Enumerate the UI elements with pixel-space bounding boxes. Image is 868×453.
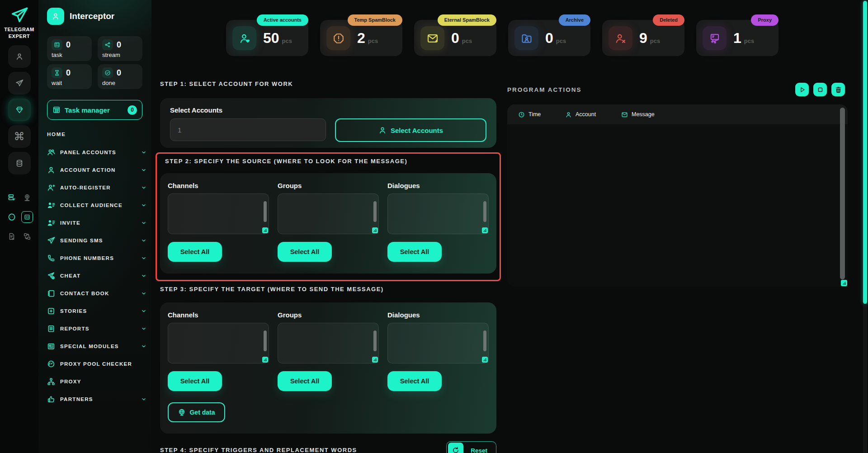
brand-line1: TELEGRAM (4, 26, 34, 33)
target-channels-textarea[interactable] (168, 323, 269, 363)
sidebar-item-stories[interactable]: STORIES (47, 302, 147, 320)
textarea-scrollbar[interactable] (373, 330, 377, 351)
stat-value: 0 (545, 30, 553, 47)
play-button[interactable] (795, 83, 809, 96)
resize-handle-icon[interactable] (372, 227, 378, 233)
target-groups-select-all-button[interactable]: Select All (278, 371, 332, 391)
sidebar-item-panel-accounts[interactable]: PANEL ACCOUNTS (47, 143, 147, 161)
user-icon (47, 166, 55, 174)
resize-handle-icon[interactable] (262, 357, 268, 363)
select-accounts-button[interactable]: Select Accounts (335, 118, 486, 142)
rail-button-profile[interactable] (8, 45, 31, 68)
webcam-icon (23, 193, 31, 202)
sidebar-item-proxy-pool-checker[interactable]: PROXY POOL CHECKER (47, 355, 147, 373)
target-dialogues-textarea[interactable] (387, 323, 489, 363)
source-channels-select-all-button[interactable]: Select All (168, 242, 222, 262)
target-dialogues-column: Dialogues Select All (387, 311, 489, 391)
textarea-scrollbar[interactable] (373, 201, 377, 222)
rail-button-send[interactable] (8, 72, 31, 94)
target-channels-select-all-button[interactable]: Select All (168, 371, 222, 391)
tool-server-check[interactable] (6, 192, 18, 203)
tool-bot[interactable] (6, 211, 18, 223)
chevron-down-icon (141, 255, 147, 261)
step2-highlight-box: STEP 2: SPECIFY THE SOURCE (WHERE TO LOO… (156, 152, 501, 281)
task-manager-button[interactable]: Task manager 0 (47, 100, 142, 120)
resize-handle-icon[interactable] (372, 357, 378, 363)
icon-rail: TELEGRAM EXPERT ⌘ (0, 0, 38, 453)
sidebar-item-account-action[interactable]: ACCOUNT ACTION (47, 161, 147, 179)
app-header: Interceptor (47, 8, 147, 25)
stat-temp-spamblock: Temp SpamBlock 2pcs (320, 20, 402, 56)
counter-label: done (102, 80, 138, 86)
textarea-scrollbar[interactable] (264, 330, 267, 351)
sidebar-item-home[interactable]: HOME (47, 132, 147, 137)
target-dialogues-select-all-button[interactable]: Select All (387, 371, 442, 391)
table-scrollbar[interactable] (840, 108, 845, 279)
resize-handle-icon[interactable] (482, 357, 488, 363)
rail-tools (6, 192, 33, 242)
stop-button[interactable] (813, 83, 827, 96)
textarea-scrollbar[interactable] (483, 201, 486, 222)
stat-unit: pcs (282, 38, 292, 44)
channels-label: Channels (168, 182, 269, 189)
users-icon (47, 148, 55, 156)
sidebar-item-partners[interactable]: PARTNERS (47, 390, 147, 408)
select-accounts-input[interactable] (170, 118, 326, 141)
groups-label: Groups (278, 182, 379, 189)
textarea-scrollbar[interactable] (483, 330, 486, 351)
resize-handle-icon[interactable] (482, 227, 488, 233)
source-channels-textarea[interactable] (168, 193, 269, 234)
get-data-button[interactable]: Get data (168, 402, 225, 422)
sidebar-item-proxy[interactable]: PROXY (47, 373, 147, 390)
tool-code-window[interactable] (21, 211, 33, 223)
source-groups-textarea[interactable] (278, 193, 379, 234)
program-actions-heading: PROGRAM ACTIONS (507, 86, 582, 93)
chevron-down-icon (141, 326, 147, 332)
user-icon (565, 111, 572, 118)
delete-log-button[interactable] (831, 83, 845, 96)
rail-button-database[interactable] (8, 152, 31, 175)
counter-stream: 0 stream (98, 36, 142, 61)
play-icon (798, 86, 806, 94)
stat-unit: pcs (556, 38, 566, 44)
server-check-icon (8, 193, 16, 202)
tool-swap[interactable] (21, 231, 33, 242)
resize-handle-icon[interactable] (841, 280, 847, 286)
resize-handle-icon[interactable] (262, 227, 268, 233)
page-scrollbar-thumb[interactable] (863, 1, 867, 304)
sidebar-item-cheat[interactable]: CHEAT (47, 267, 147, 284)
reset-button[interactable]: Reset (446, 441, 496, 453)
rail-button-interceptor[interactable] (8, 99, 31, 121)
command-icon: ⌘ (14, 131, 25, 142)
swap-icon (23, 232, 31, 241)
source-dialogues-select-all-button[interactable]: Select All (387, 242, 442, 262)
source-groups-select-all-button[interactable]: Select All (278, 242, 332, 262)
user-plus-icon (47, 184, 55, 192)
stat-eternal-spamblock: Eternal SpamBlock 0pcs (414, 20, 496, 56)
sidebar-item-auto-register[interactable]: AUTO-REGISTER (47, 179, 147, 196)
stat-value: 1 (733, 30, 741, 47)
counter-wait: 0 wait (47, 64, 92, 89)
user-list-icon (47, 219, 55, 227)
sidebar-item-collect-audience[interactable]: COLLECT AUDIENCE (47, 196, 147, 214)
stat-unit: pcs (744, 38, 754, 44)
sidebar-item-sending-sms[interactable]: SENDING SMS (47, 231, 147, 249)
sidebar-item-phone-numbers[interactable]: PHONE NUMBERS (47, 249, 147, 267)
step3-panel: Channels Select All Groups Select All Di… (160, 302, 496, 434)
chevron-down-icon (141, 290, 147, 297)
network-icon (47, 378, 55, 386)
counter-label: wait (52, 80, 87, 86)
sidebar-item-contact-book[interactable]: CONTACT BOOK (47, 284, 147, 302)
rail-button-command[interactable]: ⌘ (8, 125, 31, 148)
sidebar-item-special-modules[interactable]: SPECIAL MODULES (47, 337, 147, 355)
sidebar-item-invite[interactable]: INVITE (47, 214, 147, 231)
envelope-icon (621, 111, 628, 118)
sidebar-item-reports[interactable]: REPORTS (47, 320, 147, 337)
target-groups-textarea[interactable] (278, 323, 379, 363)
source-dialogues-textarea[interactable] (387, 193, 489, 234)
tool-webcam[interactable] (21, 192, 33, 203)
textarea-scrollbar[interactable] (264, 201, 267, 222)
clock-icon (518, 111, 525, 118)
tool-document-check[interactable] (6, 231, 18, 242)
window-icon (52, 106, 61, 114)
